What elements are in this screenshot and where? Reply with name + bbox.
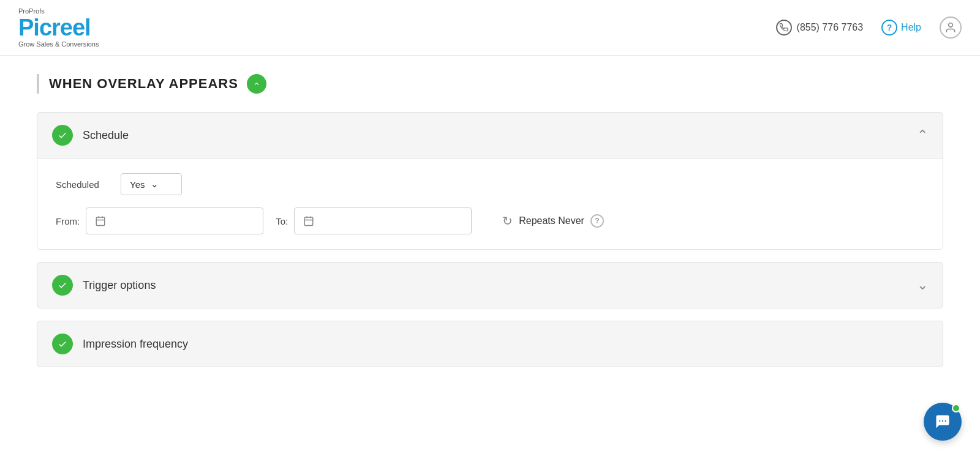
phone-number: (855) 776 7763 — [776, 20, 864, 35]
svg-rect-1 — [96, 217, 105, 226]
from-date-input[interactable] — [86, 207, 263, 234]
svg-rect-5 — [304, 217, 313, 226]
user-icon[interactable] — [940, 17, 962, 39]
to-date-input[interactable] — [294, 207, 472, 234]
main-content: WHEN OVERLAY APPEARS Schedule ⌃ Schedule… — [0, 56, 980, 398]
impression-label: Impression frequency — [83, 338, 188, 351]
trigger-options-accordion: Trigger options ⌄ — [37, 262, 943, 308]
schedule-label: Schedule — [83, 129, 129, 142]
from-date-wrapper: From: — [56, 207, 263, 234]
schedule-chevron-up-icon[interactable]: ⌃ — [917, 127, 928, 143]
page-title: WHEN OVERLAY APPEARS — [49, 76, 238, 92]
schedule-header-left: Schedule — [52, 125, 129, 146]
phone-text: (855) 776 7763 — [797, 22, 864, 33]
chat-button[interactable] — [924, 403, 962, 441]
help-link[interactable]: ? Help — [881, 20, 921, 35]
phone-icon — [776, 20, 792, 35]
header: ProProfs Picreel Grow Sales & Conversion… — [0, 0, 980, 56]
schedule-check-icon — [52, 125, 73, 146]
repeats-help-icon[interactable]: ? — [590, 214, 604, 228]
logo-area: ProProfs Picreel Grow Sales & Conversion… — [18, 7, 99, 48]
schedule-body: Scheduled Yes ⌄ From: — [37, 158, 943, 249]
schedule-accordion-header[interactable]: Schedule ⌃ — [37, 113, 943, 158]
help-label: Help — [901, 22, 921, 33]
trigger-check-icon — [52, 275, 73, 296]
chevron-down-icon: ⌄ — [151, 179, 159, 190]
proprofs-label: ProProfs — [18, 7, 99, 15]
from-label: From: — [56, 216, 80, 226]
repeats-wrapper: ↻ Repeats Never ? — [502, 214, 604, 228]
impression-check-icon — [52, 334, 73, 354]
scheduled-select[interactable]: Yes ⌄ — [121, 173, 182, 195]
help-icon: ? — [881, 20, 897, 35]
trigger-header-left: Trigger options — [52, 275, 156, 296]
to-date-wrapper: To: — [276, 207, 472, 234]
trigger-options-header[interactable]: Trigger options ⌄ — [37, 263, 943, 308]
repeats-label: Repeats Never — [519, 215, 584, 226]
trigger-chevron-down-icon[interactable]: ⌄ — [917, 277, 928, 293]
schedule-accordion: Schedule ⌃ Scheduled Yes ⌄ From: — [37, 112, 943, 250]
calendar-icon — [95, 215, 106, 226]
scheduled-row: Scheduled Yes ⌄ — [56, 173, 924, 195]
date-row: From: To: — [56, 207, 924, 234]
calendar-icon-2 — [303, 215, 314, 226]
picreel-logo: Picreel — [18, 16, 99, 39]
impression-frequency-accordion: Impression frequency — [37, 321, 943, 367]
to-label: To: — [276, 216, 288, 226]
impression-frequency-header[interactable]: Impression frequency — [37, 321, 943, 367]
section-collapse-button[interactable] — [247, 74, 266, 94]
svg-point-0 — [949, 23, 953, 28]
header-right: (855) 776 7763 ? Help — [776, 17, 962, 39]
impression-header-left: Impression frequency — [52, 334, 188, 354]
svg-point-10 — [942, 420, 943, 422]
trigger-label: Trigger options — [83, 279, 156, 292]
scheduled-value: Yes — [130, 179, 145, 190]
chat-badge — [952, 404, 960, 412]
section-header: WHEN OVERLAY APPEARS — [37, 74, 943, 94]
svg-point-11 — [945, 420, 946, 422]
chat-icon — [934, 413, 951, 430]
scheduled-label: Scheduled — [56, 179, 111, 190]
svg-point-9 — [939, 420, 940, 422]
repeats-icon: ↻ — [502, 214, 513, 228]
logo-tagline: Grow Sales & Conversions — [18, 40, 99, 48]
